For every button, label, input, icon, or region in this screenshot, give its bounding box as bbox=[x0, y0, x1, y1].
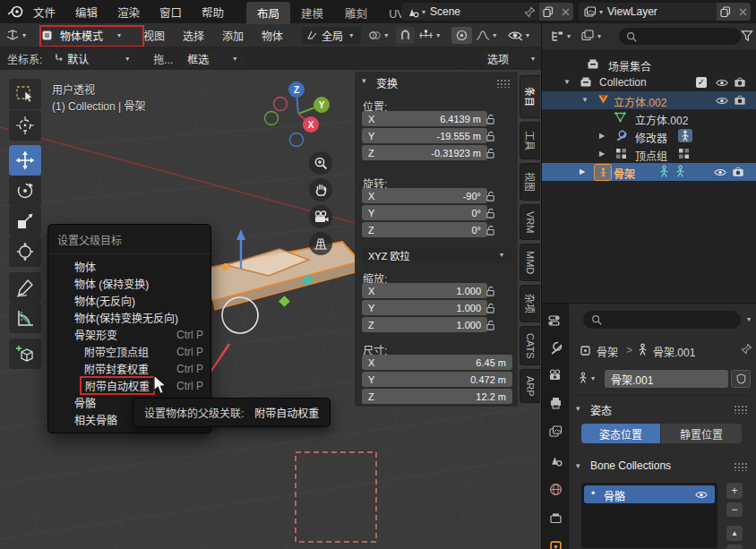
rest-position-button[interactable]: 静置位置 bbox=[661, 424, 742, 443]
menu-edit[interactable]: 编辑 bbox=[65, 4, 107, 21]
tool-annotate[interactable] bbox=[9, 272, 41, 303]
move-down-button[interactable]: ▼ bbox=[726, 545, 743, 549]
tab-collection[interactable] bbox=[547, 510, 563, 526]
menu-item-armature-deform[interactable]: 骨架形变Ctrl P bbox=[48, 326, 210, 343]
eye-icon[interactable] bbox=[716, 78, 728, 88]
location-x-field[interactable]: X6.4139 m bbox=[362, 111, 487, 126]
chevron-down-icon[interactable]: ▾ bbox=[747, 315, 751, 323]
fake-user-shield-icon[interactable] bbox=[731, 370, 751, 388]
menu-item-object-keep-transform[interactable]: 物体 (保持变换) bbox=[48, 275, 210, 292]
armature-data-selector[interactable]: ▾ bbox=[578, 372, 597, 384]
mode-icon[interactable] bbox=[41, 30, 53, 41]
tab-object[interactable] bbox=[547, 538, 563, 549]
location-z-field[interactable]: Z-0.31923 m bbox=[362, 145, 487, 160]
menu-item-envelope-weights[interactable]: 附带封套权重Ctrl P bbox=[48, 360, 210, 377]
outliner-row-cube-object[interactable]: ▼ 立方体.002 bbox=[542, 91, 756, 109]
lock-open-icon[interactable] bbox=[484, 111, 496, 126]
lock-open-icon[interactable] bbox=[484, 205, 496, 220]
tab-render[interactable] bbox=[547, 366, 563, 382]
checkbox-icon[interactable]: ✓ bbox=[696, 77, 707, 88]
data-name-field[interactable]: 骨架.001 bbox=[605, 370, 728, 388]
lock-open-icon[interactable] bbox=[484, 283, 496, 298]
outliner-search-input[interactable] bbox=[619, 28, 741, 45]
scale-z-field[interactable]: Z1.000 bbox=[362, 317, 487, 332]
scene-name[interactable]: Scene bbox=[430, 5, 460, 18]
armature-modifier-badge-icon[interactable] bbox=[678, 129, 692, 142]
bone-collections-section-header[interactable]: ▾ Bone Collections bbox=[569, 458, 756, 476]
coord-system-dropdown[interactable]: 默认 ▾ bbox=[47, 50, 137, 67]
vertex-group-badge-icon[interactable] bbox=[678, 148, 690, 159]
menu-window[interactable]: 窗口 bbox=[150, 4, 192, 21]
breadcrumb-data[interactable]: 骨架.001 bbox=[653, 344, 695, 359]
3d-viewport[interactable]: Z Y X 用户透视 (1) Collection | 骨架 ▾ 变换 位置: … bbox=[0, 70, 541, 549]
sidebar-tab-cats[interactable]: CATS bbox=[520, 326, 540, 365]
tab-output[interactable] bbox=[547, 395, 563, 411]
dimensions-x-field[interactable]: X6.45 m bbox=[362, 355, 512, 370]
show-overlays-dropdown[interactable]: ▾ bbox=[508, 30, 532, 41]
mode-dropdown[interactable]: 物体模式 bbox=[60, 28, 103, 43]
rotation-mode-dropdown[interactable]: XYZ 欧拉▾ bbox=[362, 247, 512, 262]
dimensions-y-field[interactable]: Y0.472 m bbox=[362, 372, 512, 387]
drag-handle-icon[interactable] bbox=[496, 79, 511, 88]
editor-type-selector[interactable]: ▾ bbox=[5, 29, 29, 41]
outliner-row-collection[interactable]: ▼ Collection ✓ bbox=[542, 73, 756, 91]
tab-tool[interactable] bbox=[547, 339, 563, 356]
transform-orientation-dropdown[interactable]: 全局 ▾ bbox=[301, 27, 361, 44]
expand-icon[interactable]: ▶ bbox=[599, 150, 605, 158]
tab-world[interactable] bbox=[547, 481, 563, 497]
options-dropdown[interactable]: 选项 ▾ bbox=[482, 50, 543, 67]
workspace-tab-sculpt[interactable]: 雕刻 bbox=[334, 2, 378, 24]
eye-icon[interactable] bbox=[714, 167, 726, 177]
workspace-tab-modeling[interactable]: 建模 bbox=[290, 2, 334, 24]
lock-open-icon[interactable] bbox=[484, 145, 496, 160]
menu-view[interactable]: 视图 bbox=[134, 28, 174, 43]
viewlayer-name[interactable]: ViewLayer bbox=[607, 5, 657, 18]
expand-icon[interactable]: ▶ bbox=[599, 132, 605, 140]
remove-collection-button[interactable]: − bbox=[726, 502, 743, 517]
tool-measure[interactable] bbox=[9, 303, 41, 333]
sidebar-tab-vrm[interactable]: VRM bbox=[520, 204, 540, 240]
bone-collections-list[interactable]: • 骨骼 bbox=[581, 483, 717, 548]
perspective-toggle-button[interactable] bbox=[309, 232, 332, 255]
location-y-field[interactable]: Y-19.555 m bbox=[362, 128, 487, 143]
proportional-falloff-dropdown[interactable]: ▾ bbox=[476, 30, 499, 41]
select-mode-dropdown[interactable]: 框选 ▾ bbox=[182, 50, 245, 67]
viewlayer-icon[interactable]: ▾ bbox=[579, 6, 607, 18]
camera-icon[interactable] bbox=[734, 95, 746, 106]
menu-item-automatic-weights[interactable]: 附带自动权重Ctrl P bbox=[48, 377, 210, 394]
camera-view-button[interactable] bbox=[309, 205, 332, 228]
snap-with-dropdown[interactable]: ▾ bbox=[418, 30, 442, 41]
menu-item-object-keep-transform-no-inverse[interactable]: 物体(保持变换无反向) bbox=[48, 309, 210, 326]
editor-type-selector[interactable] bbox=[547, 313, 563, 329]
sidebar-tab-mmd[interactable]: MMD bbox=[520, 244, 540, 281]
workspace-tab-layout[interactable]: 布局 bbox=[246, 2, 290, 24]
expand-icon[interactable]: ▼ bbox=[581, 96, 588, 104]
tool-cursor[interactable] bbox=[9, 110, 41, 141]
eye-icon[interactable] bbox=[716, 96, 728, 106]
breadcrumb-data-icon[interactable] bbox=[637, 343, 649, 356]
properties-search-input[interactable] bbox=[583, 311, 741, 329]
tool-add-cube[interactable] bbox=[9, 339, 41, 369]
armature-data-icon[interactable] bbox=[674, 165, 686, 178]
outliner-row-scene-collection[interactable]: 场景集合 bbox=[542, 56, 756, 73]
snap-toggle[interactable] bbox=[396, 27, 415, 44]
tool-scale[interactable] bbox=[9, 206, 41, 236]
blender-logo-icon[interactable] bbox=[7, 4, 23, 19]
rotation-y-field[interactable]: Y0° bbox=[362, 205, 487, 220]
sidebar-tab-arp[interactable]: ARP bbox=[520, 369, 540, 403]
menu-add[interactable]: 添加 bbox=[213, 28, 253, 43]
rotation-z-field[interactable]: Z0° bbox=[362, 222, 487, 237]
filter-funnel-icon[interactable] bbox=[741, 30, 753, 42]
new-scene-icon[interactable] bbox=[539, 3, 557, 21]
menu-file[interactable]: 文件 bbox=[23, 4, 65, 21]
pose-section-header[interactable]: ▾ 姿态 bbox=[569, 400, 756, 418]
tool-move[interactable] bbox=[9, 145, 41, 176]
proportional-editing-toggle[interactable] bbox=[451, 27, 472, 44]
panel-title[interactable]: 变换 bbox=[376, 75, 398, 90]
outliner-row-modifiers[interactable]: ▶ 修改器 bbox=[542, 127, 756, 145]
new-viewlayer-icon[interactable] bbox=[717, 3, 735, 21]
lock-open-icon[interactable] bbox=[484, 300, 496, 315]
sidebar-tab-tool[interactable]: 工具 bbox=[520, 122, 540, 159]
collapse-icon[interactable]: ▾ bbox=[362, 76, 366, 85]
tab-view-layer[interactable] bbox=[547, 424, 563, 440]
